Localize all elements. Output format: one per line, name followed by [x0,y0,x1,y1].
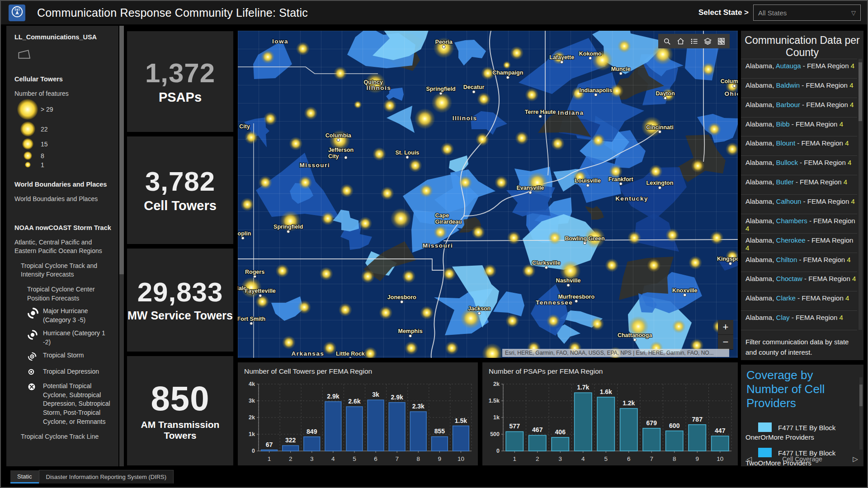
home-button[interactable] [674,34,687,48]
county-row-region: 4 [848,159,851,166]
search-button[interactable] [660,34,674,48]
bar-value-label: 1.5k [455,417,467,424]
county-row-fema-text: - FEMA Region [802,275,852,282]
coverage-swatch-icon [758,422,772,432]
tower-glow-icon [17,99,38,120]
bar-value-label: 3k [372,391,379,398]
county-row[interactable]: Alabama, Blount - FEMA Region 4 [741,136,857,156]
map[interactable]: IowaPeoriaKokomoLafayetteMuncieChampaign… [238,31,738,358]
coverage-scrollbar-thumb[interactable] [859,385,863,406]
state-select[interactable]: All States ▽ [753,5,861,21]
select-state-label: Select State > [698,8,749,17]
city-marker [478,312,481,314]
county-row-name: Clay [776,314,790,321]
county-row-fema-text: - FEMA Region [794,178,844,186]
pager-next-icon[interactable]: ▷ [847,455,863,463]
county-row[interactable]: Alabama, Autauga - FEMA Region 4 [741,59,857,79]
svg-text:0: 0 [252,448,255,454]
county-row[interactable]: Alabama, Chambers - FEMA Region 4 [741,214,857,234]
county-row-fema-text: - FEMA Region [801,197,851,205]
county-row[interactable]: Alabama, Butler - FEMA Region 4 [741,175,857,195]
cell-tower-cluster [515,131,528,145]
cell-tower-cluster [440,142,454,156]
legend-symbol-row: Potential Tropical Cyclone, Subtropical … [27,382,112,427]
basemap-button[interactable] [714,34,728,48]
tab-static[interactable]: Static [10,470,39,483]
county-list-scrollbar[interactable] [859,59,862,330]
county-row[interactable]: Alabama, Cherokee - FEMA Region 4 [741,234,857,253]
zoom-in-button[interactable]: + [718,320,733,335]
stat-label: MW Service Towers [127,309,233,322]
county-row-name: Cherokee [776,236,806,244]
bar-value-label: 679 [646,419,657,427]
layers-button[interactable] [701,34,714,48]
stat-card-am-transmission-towers: 850 AM Transmission Towers [127,356,233,465]
county-row-region: 4 [845,294,849,302]
legend-item-label: Atlantic, Central Pacific and Eastern Pa… [14,238,112,256]
cell-tower-cluster [476,132,489,146]
county-row[interactable]: Alabama, Clarke - FEMA Region 4 [741,291,857,311]
tower-glow-icon [20,122,35,136]
legend-scrollbar-thumb[interactable] [119,26,124,274]
city-marker [250,322,253,325]
bar [689,425,706,451]
county-row[interactable]: Alabama, Bibb - FEMA Region 4 [741,117,857,137]
pager-prev-icon[interactable]: ◁ [741,455,757,463]
county-row[interactable]: Alabama, Clay - FEMA Region 4 [741,311,857,330]
city-marker [733,84,736,87]
city-marker [287,230,290,233]
legend-button[interactable] [687,34,701,48]
bar-value-label: 322 [285,436,296,444]
county-row-region: 4 [844,178,847,186]
bar-value-label: 467 [532,426,543,433]
legend-symbol-row: Tropical Storm [27,351,112,363]
zoom-out-button[interactable]: − [718,335,733,350]
city-marker [575,300,578,302]
home-icon [676,37,685,46]
chart-psaps-per-fema-region: Number of PSAPs per FEMA Region 05001k1.… [482,362,738,465]
county-row-region: 4 [851,197,854,205]
legend-scrollbar[interactable] [119,26,124,466]
cell-tower-cluster [592,50,613,70]
cell-tower-cluster [590,317,604,331]
county-row-name: Chilton [776,256,797,263]
county-row-state: Alabama, [745,178,776,186]
map-canvas [238,31,738,358]
cell-tower-cluster [259,176,272,189]
city-marker [539,115,542,117]
cell-tower-cluster [560,260,580,281]
bar-value-label: 600 [669,422,680,429]
city-marker [472,90,475,93]
tropical-depression-icon [27,368,39,378]
cell-tower-cluster [381,187,394,200]
county-panel-title: Communication Data per County [741,31,863,59]
cell-tower-cluster [458,176,472,189]
cell-tower-cluster [483,264,496,277]
county-row-fema-text: - FEMA Region [798,159,848,166]
legend-size-label: 1 [41,161,44,169]
svg-text:2k: 2k [249,414,255,421]
cell-tower-cluster [339,303,352,317]
county-row[interactable]: Alabama, Bullock - FEMA Region 4 [741,156,857,175]
county-row[interactable]: Alabama, Choctaw - FEMA Region 4 [741,272,857,291]
county-list-scrollbar-thumb[interactable] [859,62,862,121]
county-row[interactable]: Alabama, Baldwin - FEMA Region 4 [741,79,857,98]
city-marker [594,94,597,96]
cell-tower-cluster [415,108,435,129]
bar [431,436,448,451]
legend-item-label: Tropical Cyclone Center Position Forecas… [27,285,112,303]
hurricane-icon [27,329,39,342]
county-row[interactable]: Alabama, Chilton - FEMA Region 4 [741,253,857,272]
bar [346,407,363,451]
county-row[interactable]: Alabama, Calhoun - FEMA Region 4 [741,195,857,214]
city-marker [349,357,352,358]
city-marker [253,275,256,277]
coverage-scrollbar[interactable] [859,377,863,450]
county-row-name: Clarke [776,294,796,302]
tab-dirs[interactable]: Disaster Information Reporting System (D… [39,470,174,483]
county-row[interactable]: Alabama, Barbour - FEMA Region 4 [741,98,857,117]
stat-card-mw-service-towers: 29,833 MW Service Towers [127,249,233,352]
layers-icon [703,37,712,46]
cell-tower-cluster [710,231,724,244]
city-marker [344,156,347,159]
